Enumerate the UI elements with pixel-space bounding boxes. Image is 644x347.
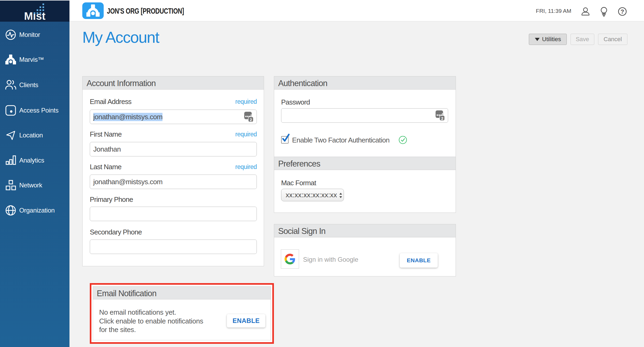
svg-text:?: ? [620, 8, 624, 15]
svg-text:2: 2 [441, 116, 443, 121]
svg-text:2: 2 [250, 117, 252, 122]
